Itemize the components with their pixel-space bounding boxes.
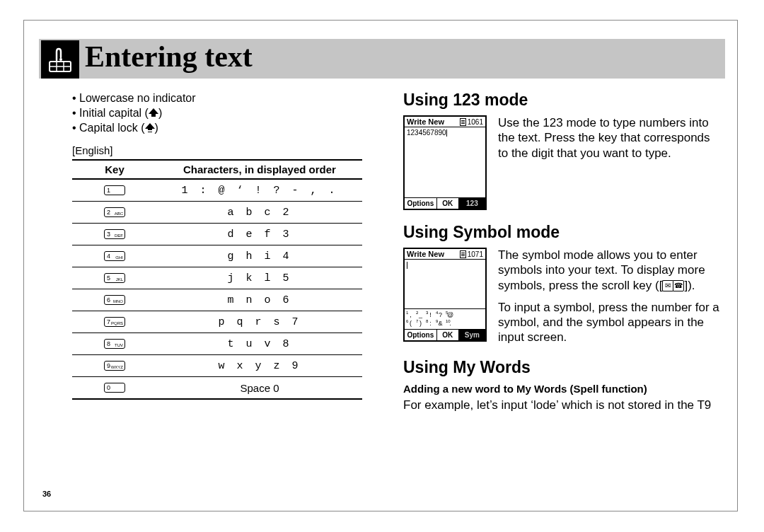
bullet-initial-cap: Initial capital ( [79, 107, 149, 119]
text-my-words: For example, let’s input ‘lode’ which is… [403, 398, 722, 412]
scroll-key-icon: ✉☎ [662, 280, 684, 291]
doc-icon [460, 250, 466, 258]
right-column: Using 123 mode Write New 1061 1234567890… [403, 91, 722, 412]
phone-123-body: 1234567890 [407, 129, 446, 137]
phone-123-counter: 1061 [468, 118, 483, 126]
symbol-cell: 10. [446, 319, 454, 328]
heading-123-mode: Using 123 mode [403, 91, 722, 110]
table-chars: w x y z 9 [157, 360, 362, 372]
keycap-3: 3DEF [104, 229, 125, 239]
symbol-cell: 7) [417, 319, 424, 328]
table-chars: g h i 4 [157, 250, 362, 262]
table-row: 6MNOm n o 6 [72, 289, 362, 311]
keycap-4: 4GHI [104, 251, 125, 261]
table-row: 5JKLj k l 5 [72, 267, 362, 289]
keycap-9: 9WXYZ [104, 361, 125, 371]
text-sym-2: To input a symbol, press the number for … [498, 301, 719, 345]
keycap-6: 6MNO [104, 295, 125, 305]
table-row: 3DEFd e f 3 [72, 224, 362, 245]
table-chars: d e f 3 [157, 229, 362, 241]
page-title: Entering text [85, 40, 253, 74]
page-number: 36 [42, 490, 51, 498]
table-chars: Space 0 [157, 382, 362, 394]
phone-sym-ok: OK [436, 330, 459, 340]
phone-123-ok: OK [436, 198, 459, 209]
phone-sym: Write New 1071 1,2_3!4?5@6(7)8:9&10. Opt… [403, 248, 487, 342]
keycap-1: 1 [104, 185, 125, 195]
table-head-chars: Characters, in displayed order [157, 163, 362, 175]
capital-lock-icon [145, 123, 155, 133]
phone-sym-options: Options [405, 330, 436, 340]
table-chars: j k l 5 [157, 272, 362, 284]
table-row: 2ABCa b c 2 [72, 202, 362, 224]
phone-sym-grid: 1,2_3!4?5@6(7)8:9&10. [405, 308, 485, 329]
table-chars: p q r s 7 [157, 316, 362, 328]
svg-point-5 [59, 58, 62, 61]
keycap-0: 0 [104, 383, 125, 393]
text-symbol-mode: The symbol mode allows you to enter symb… [498, 248, 722, 345]
table-row: 11 : @ ‘ ! ? - , . [72, 180, 362, 202]
keycap-7: 7PQRS [104, 317, 125, 327]
table-row: 4GHIg h i 4 [72, 245, 362, 267]
phone-sym-mode: Sym [459, 330, 485, 340]
phone-123: Write New 1061 1234567890 Options OK 123 [403, 115, 487, 210]
text-sym-1b: ). [688, 279, 695, 292]
table-row: 7PQRSp q r s 7 [72, 311, 362, 333]
bullet-close-1: ) [158, 107, 162, 119]
text-123-mode: Use the 123 mode to type numbers into th… [498, 115, 722, 161]
phone-123-options: Options [405, 198, 436, 209]
heading-my-words: Using My Words [403, 358, 722, 377]
phone-sym-title: Write New [407, 250, 444, 258]
heading-symbol-mode: Using Symbol mode [403, 223, 722, 242]
symbol-cell: 9& [436, 319, 444, 328]
table-chars: a b c 2 [157, 207, 362, 219]
symbol-cell: 8: [427, 319, 434, 328]
key-table: Key Characters, in displayed order 11 : … [72, 159, 362, 400]
keycap-8: 8TUV [104, 339, 125, 349]
bullet-capital-lock: Capital lock ( [79, 122, 144, 134]
symbol-cell: 6( [407, 319, 415, 328]
initial-cap-icon [149, 108, 158, 118]
table-chars: t u v 8 [157, 338, 362, 350]
doc-icon [460, 118, 466, 126]
table-row: 8TUVt u v 8 [72, 333, 362, 355]
table-row: 9WXYZw x y z 9 [72, 355, 362, 377]
bullet-lowercase: Lowercase no indicator [79, 92, 196, 104]
left-column: Lowercase no indicator Initial capital (… [72, 92, 369, 400]
table-row: 0Space 0 [72, 377, 362, 400]
keycap-5: 5JKL [104, 273, 125, 283]
phone-123-title: Write New [407, 117, 444, 126]
sub-my-words: Adding a new word to My Words (Spell fun… [403, 383, 722, 395]
keycap-2: 2ABC [104, 207, 125, 217]
bullet-close-2: ) [155, 122, 158, 134]
table-chars: m n o 6 [157, 294, 362, 306]
title-icon [41, 40, 79, 79]
cursor-icon [407, 262, 407, 269]
phone-sym-counter: 1071 [468, 250, 483, 258]
language-label: [English] [72, 144, 369, 156]
indicator-list: Lowercase no indicator Initial capital (… [72, 92, 369, 134]
phone-123-mode: 123 [459, 198, 485, 209]
cursor-icon [446, 129, 447, 137]
table-chars: 1 : @ ‘ ! ? - , . [157, 185, 362, 197]
table-head-key: Key [72, 163, 157, 175]
